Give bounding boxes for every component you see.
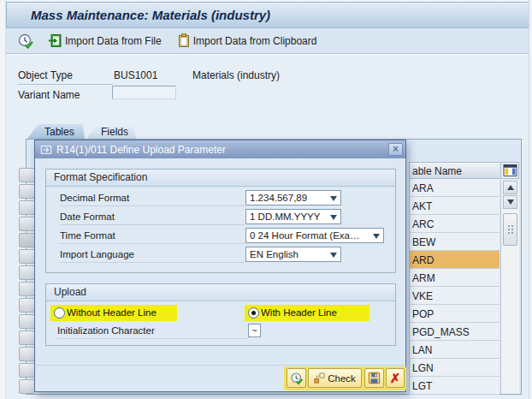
row-select-button[interactable]	[19, 363, 35, 378]
row-select-button[interactable]	[19, 347, 35, 361]
initialization-character-label: Initialization Character	[57, 325, 247, 339]
dropdown-value: 1.234.567,89	[250, 193, 307, 203]
header-line-radio-row: Without Header Line With Header Line	[46, 305, 395, 322]
table-scrollbar[interactable]	[500, 180, 519, 394]
row-select-button[interactable]	[19, 331, 35, 345]
object-type-description: Materials (industry)	[192, 69, 280, 81]
format-dropdown[interactable]: 0 24 Hour Format (Exa…	[245, 228, 384, 243]
row-select-button[interactable]	[19, 379, 35, 394]
variant-name-label: Variant Name	[18, 89, 80, 101]
table-cell-name: ARA	[412, 182, 434, 194]
chevron-down-icon	[330, 196, 337, 201]
table-row[interactable]: BEW	[409, 233, 499, 251]
initialization-character-input[interactable]: ~	[248, 324, 261, 337]
format-row-label: Date Format	[60, 211, 245, 225]
format-dropdown[interactable]: 1.234.567,89	[245, 190, 341, 205]
table-row[interactable]: PGD_MASS	[409, 323, 499, 341]
scroll-down-button[interactable]	[503, 195, 517, 209]
check-button[interactable]: Check	[308, 368, 362, 388]
row-select-button[interactable]	[19, 314, 35, 329]
upload-parameter-dialog: R14(1)/011 Define Upload Parameter × For…	[34, 140, 406, 392]
table-cell-name: ARC	[412, 218, 434, 230]
import-clipboard-label: Import Data from Clipboard	[193, 35, 317, 47]
row-select-button[interactable]	[19, 233, 35, 247]
tab-tables[interactable]: Tables	[27, 124, 85, 140]
table-rows: ARA AKT ARC BEW ARD ARM VKE POP PGD_MASS…	[409, 179, 499, 395]
row-select-button[interactable]	[19, 168, 35, 182]
object-type-value: BUS1001	[114, 69, 157, 81]
tab-fields[interactable]: Fields	[86, 124, 136, 140]
check-button-label: Check	[328, 373, 356, 384]
table-row[interactable]: LGN	[409, 359, 499, 377]
page-title: Mass Maintenance: Materials (industry)	[31, 8, 270, 22]
table-cell-name: PGD_MASS	[412, 326, 470, 338]
execute-button[interactable]	[15, 32, 36, 51]
format-row: Import Language EN English	[46, 246, 395, 265]
arrow-down-icon	[507, 200, 514, 205]
table-cell-name: BEW	[412, 236, 435, 248]
table-cell-name: VKE	[412, 290, 433, 302]
radio-with-header-line[interactable]	[248, 307, 259, 319]
table-row[interactable]: ARA	[409, 179, 499, 197]
dialog-close-button[interactable]: ×	[388, 143, 403, 156]
format-rows: Decimal Format 1.234.567,89 Date Format …	[46, 187, 395, 265]
row-select-button[interactable]	[19, 298, 35, 313]
format-specification-group: Format Specification Decimal Format 1.23…	[45, 169, 396, 273]
row-select-button[interactable]	[19, 249, 35, 264]
execute-clock-icon	[17, 33, 34, 50]
import-file-button[interactable]: Import Data from File	[44, 32, 165, 50]
row-select-button[interactable]	[19, 184, 35, 199]
import-clipboard-button[interactable]: Import Data from Clipboard	[174, 32, 321, 50]
close-icon: ×	[393, 143, 399, 155]
column-config-button[interactable]	[500, 162, 519, 179]
row-select-button[interactable]	[19, 282, 35, 296]
table-row[interactable]: LGT	[409, 377, 499, 395]
table-cell-name: LGT	[412, 380, 432, 392]
table-cell-name: ARD	[412, 254, 434, 266]
table-cell-name: AKT	[412, 200, 432, 212]
table-cell-name: LAN	[412, 344, 432, 356]
format-dropdown[interactable]: EN English	[245, 247, 341, 262]
radio-without-header-line[interactable]	[54, 307, 65, 319]
radio-without-header-label: Without Header Line	[67, 307, 157, 318]
radio-with-header-label: With Header Line	[261, 307, 337, 318]
format-row-label: Time Format	[60, 230, 245, 244]
table-row[interactable]: ARD	[409, 251, 499, 269]
table-row[interactable]: AKT	[409, 197, 499, 215]
scroll-up-button[interactable]	[503, 181, 517, 194]
table-name-column-header[interactable]: able Name	[409, 162, 499, 179]
save-button[interactable]	[364, 368, 384, 388]
application-toolbar: Import Data from File Import Data from C…	[6, 28, 529, 54]
format-dropdown[interactable]: 1 DD.MM.YYYY	[245, 209, 341, 224]
cancel-button[interactable]: ✗	[386, 368, 405, 388]
chevron-down-icon	[330, 215, 337, 220]
cancel-x-icon: ✗	[390, 372, 401, 384]
import-file-icon	[48, 33, 62, 48]
format-specification-header: Format Specification	[46, 170, 395, 187]
dropdown-value: EN English	[250, 249, 299, 259]
clipboard-icon	[177, 33, 191, 48]
dialog-titlebar[interactable]: R14(1)/011 Define Upload Parameter ×	[35, 140, 405, 158]
table-row[interactable]: ARC	[409, 215, 499, 233]
row-select-button[interactable]	[19, 217, 35, 231]
grip-dots-icon	[507, 224, 514, 235]
variant-name-input[interactable]	[112, 86, 176, 99]
table-row[interactable]: ARM	[409, 269, 499, 287]
window-frame-left	[0, 0, 6, 399]
format-row: Decimal Format 1.234.567,89	[46, 189, 395, 208]
table-row[interactable]: VKE	[409, 287, 499, 305]
dialog-execute-button[interactable]	[287, 368, 306, 388]
table-row[interactable]: POP	[409, 305, 499, 323]
execute-clock-icon	[290, 372, 304, 385]
hierarchy-icon	[314, 372, 325, 384]
row-select-button[interactable]	[19, 265, 35, 280]
arrow-up-icon	[507, 185, 514, 190]
scrollbar-thumb[interactable]	[503, 213, 517, 246]
table-row[interactable]: LAN	[409, 341, 499, 359]
chevron-down-icon	[373, 234, 380, 239]
import-file-label: Import Data from File	[65, 35, 162, 47]
dialog-footer-separator	[36, 365, 405, 366]
chevron-down-icon	[330, 253, 337, 258]
row-select-button[interactable]	[19, 200, 35, 215]
initialization-character-row: Initialization Character ~	[46, 323, 395, 340]
